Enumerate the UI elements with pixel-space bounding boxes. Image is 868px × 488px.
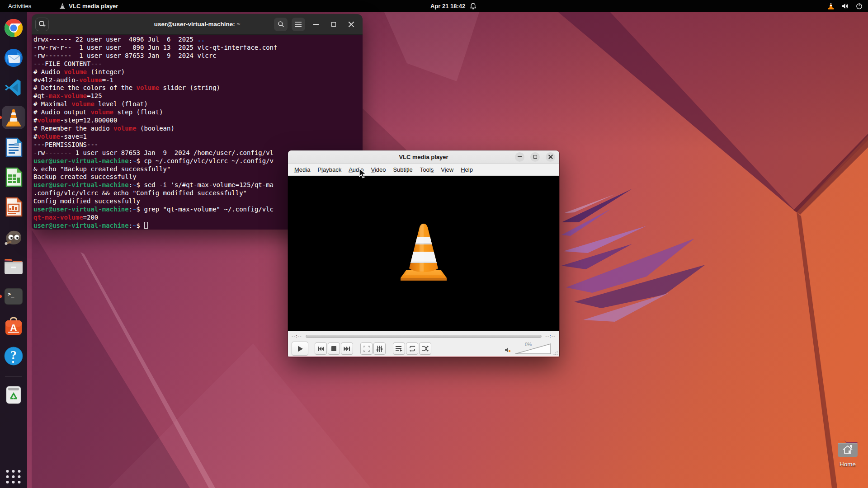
dock-item-trash[interactable]	[2, 383, 25, 406]
vlc-menu-subtitle[interactable]: Subtitle	[389, 164, 416, 175]
dock-item-libreoffice-impress[interactable]	[2, 195, 25, 219]
vlc-maximize-button[interactable]	[530, 152, 540, 162]
dock-item-vscode[interactable]	[2, 76, 25, 99]
maximize-icon	[331, 22, 336, 27]
playlist-icon	[396, 346, 402, 352]
clock-label: Apr 21 18:42	[430, 3, 465, 9]
vlc-video-area	[288, 176, 559, 331]
vlc-seek-slider[interactable]	[306, 335, 542, 338]
vlc-dock-icon	[4, 108, 24, 127]
vlc-tray-icon[interactable]	[827, 2, 835, 10]
close-icon	[548, 155, 553, 159]
vlc-previous-button[interactable]	[315, 343, 327, 355]
vlc-cone-icon	[59, 3, 66, 9]
dock-item-ubuntu-software[interactable]: A	[2, 314, 25, 338]
dock-item-gimp[interactable]	[2, 225, 25, 249]
vlc-cone-logo	[400, 222, 448, 285]
notification-bell-icon	[470, 3, 476, 10]
power-status-icon[interactable]	[856, 3, 863, 9]
equalizer-icon	[376, 346, 383, 352]
close-icon	[348, 21, 354, 28]
terminal-menu-button[interactable]	[292, 18, 305, 31]
next-icon	[344, 346, 350, 352]
vlc-running-indicator	[0, 116, 2, 119]
show-applications-button[interactable]	[6, 470, 21, 483]
terminal-close-button[interactable]	[344, 18, 358, 31]
vlc-extended-settings-button[interactable]	[373, 343, 386, 355]
vlc-play-button[interactable]	[292, 342, 308, 356]
terminal-titlebar[interactable]: user@user-virtual-machine: ~	[32, 14, 363, 35]
vlc-menu-view[interactable]: View	[437, 164, 457, 175]
vlc-close-button[interactable]	[546, 152, 555, 162]
libreoffice-calc-icon	[5, 167, 23, 187]
clock[interactable]: Apr 21 18:42	[430, 0, 476, 12]
chrome-icon	[4, 18, 24, 38]
dock-item-libreoffice-writer[interactable]	[2, 136, 25, 159]
svg-text:?: ?	[10, 348, 17, 362]
search-icon	[278, 21, 284, 28]
vlc-volume-slider[interactable]: 0%	[515, 343, 551, 355]
vlc-minimize-button[interactable]	[515, 152, 524, 162]
vlc-menu-tools[interactable]: Tools	[416, 164, 437, 175]
svg-text:>_: >_	[8, 291, 14, 298]
vlc-next-button[interactable]	[341, 343, 353, 355]
dock-item-chrome[interactable]	[2, 16, 25, 40]
terminal-line: -rw------- 1 user user 87653 Jan 9 2024 …	[33, 52, 363, 60]
dock-item-terminal[interactable]: >_	[2, 285, 25, 308]
home-folder-icon	[837, 440, 859, 458]
vlc-menu-help[interactable]: Help	[457, 164, 476, 175]
home-folder-shortcut[interactable]: Home	[827, 440, 868, 468]
vlc-controls: --:-- --:--	[288, 331, 559, 357]
vlc-menu-video[interactable]: Video	[367, 164, 389, 175]
activities-button[interactable]: Activities	[0, 0, 39, 12]
terminal-search-button[interactable]	[274, 18, 288, 31]
volume-status-icon[interactable]	[841, 3, 849, 9]
dock-item-vlc[interactable]	[2, 106, 25, 129]
minimize-icon	[313, 24, 319, 25]
ubuntu-software-icon: A	[4, 316, 23, 336]
dock-separator	[5, 376, 22, 376]
dock-item-thunderbird[interactable]	[2, 46, 25, 70]
files-icon	[4, 258, 24, 275]
vlc-fullscreen-button[interactable]	[360, 343, 373, 355]
terminal-line: # Remember the audio volume (boolean)	[33, 125, 363, 133]
terminal-dock-icon: >_	[4, 288, 23, 305]
dock-item-libreoffice-calc[interactable]	[2, 165, 25, 189]
terminal-line: #volume-step=12.800000	[33, 117, 363, 125]
vlc-playlist-button[interactable]	[393, 343, 405, 355]
vlc-time-elapsed: --:--	[292, 333, 302, 339]
terminal-running-indicator	[0, 295, 2, 298]
vlc-menu-media[interactable]: Media	[291, 164, 314, 175]
vlc-titlebar[interactable]: VLC media player	[288, 150, 559, 164]
fullscreen-icon	[363, 346, 370, 352]
focused-app-menu[interactable]: VLC media player	[59, 3, 118, 9]
dock-item-help[interactable]: ?	[2, 344, 25, 368]
top-bar: Activities VLC media player Apr 21 18:42	[0, 0, 868, 12]
thunderbird-icon	[4, 48, 24, 68]
vlc-mute-icon[interactable]	[505, 347, 512, 354]
play-icon	[297, 345, 304, 352]
terminal-line: # Define the colors of the volume slider…	[33, 84, 363, 92]
hamburger-menu-icon	[295, 22, 302, 27]
vlc-loop-button[interactable]	[406, 343, 418, 355]
maximize-icon	[533, 155, 537, 159]
terminal-line: #v4l2-audio-volume=-1	[33, 76, 363, 84]
home-folder-label: Home	[827, 461, 868, 468]
system-tray	[827, 0, 863, 12]
resize-grip[interactable]	[553, 351, 558, 355]
vlc-time-remaining: --:--	[545, 333, 556, 339]
vlc-stop-button[interactable]	[328, 343, 340, 355]
dock-item-files[interactable]	[2, 255, 25, 278]
terminal-maximize-button[interactable]	[327, 18, 340, 31]
dock: >_ A ?	[0, 12, 27, 488]
new-tab-icon	[39, 21, 46, 28]
trash-icon	[5, 385, 23, 404]
terminal-new-tab-button[interactable]	[35, 18, 49, 31]
terminal-line: ---FILE CONTENT---	[33, 60, 363, 68]
help-icon: ?	[4, 346, 24, 366]
vlc-random-button[interactable]	[419, 343, 431, 355]
minimize-icon	[518, 156, 522, 157]
vlc-menu-playback[interactable]: Playback	[314, 164, 345, 175]
gimp-icon	[4, 227, 24, 246]
terminal-minimize-button[interactable]	[309, 18, 323, 31]
